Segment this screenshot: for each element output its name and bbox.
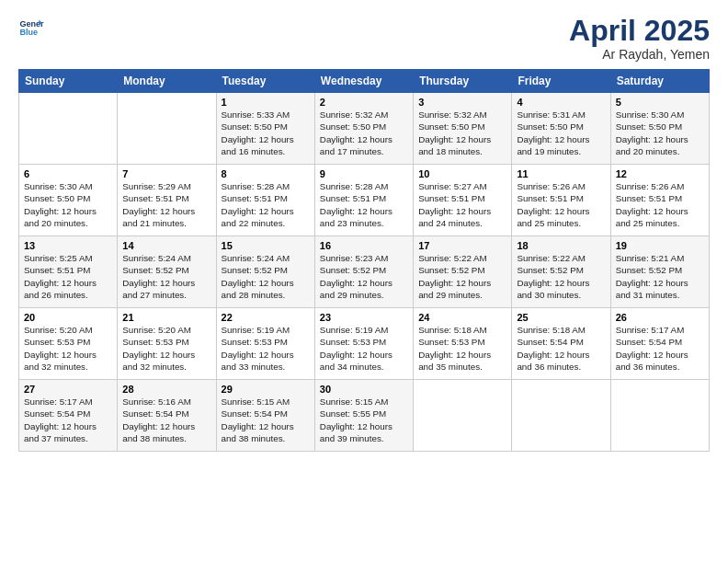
day-info: Sunrise: 5:33 AM Sunset: 5:50 PM Dayligh…	[222, 109, 310, 157]
calendar-cell: 20Sunrise: 5:20 AM Sunset: 5:53 PM Dayli…	[19, 308, 118, 380]
week-row-2: 6Sunrise: 5:30 AM Sunset: 5:50 PM Daylig…	[19, 165, 710, 236]
day-info: Sunrise: 5:21 AM Sunset: 5:52 PM Dayligh…	[616, 252, 704, 301]
calendar-cell: 7Sunrise: 5:29 AM Sunset: 5:51 PM Daylig…	[118, 165, 216, 236]
calendar-cell: 27Sunrise: 5:17 AM Sunset: 5:54 PM Dayli…	[19, 380, 118, 452]
calendar-cell: 19Sunrise: 5:21 AM Sunset: 5:52 PM Dayli…	[610, 236, 709, 308]
calendar-cell: 25Sunrise: 5:18 AM Sunset: 5:54 PM Dayli…	[512, 308, 610, 380]
day-info: Sunrise: 5:30 AM Sunset: 5:50 PM Dayligh…	[616, 109, 704, 157]
day-number: 3	[418, 97, 506, 108]
day-info: Sunrise: 5:25 AM Sunset: 5:51 PM Dayligh…	[24, 252, 112, 301]
day-info: Sunrise: 5:18 AM Sunset: 5:53 PM Dayligh…	[418, 324, 506, 373]
col-header-thursday: Thursday	[414, 70, 512, 93]
day-number: 4	[517, 97, 605, 108]
week-row-4: 20Sunrise: 5:20 AM Sunset: 5:53 PM Dayli…	[19, 308, 710, 380]
day-info: Sunrise: 5:32 AM Sunset: 5:50 PM Dayligh…	[320, 109, 408, 157]
calendar-cell: 22Sunrise: 5:19 AM Sunset: 5:53 PM Dayli…	[216, 308, 314, 380]
day-number: 30	[320, 384, 408, 395]
day-number: 16	[320, 240, 408, 251]
day-number: 26	[616, 312, 704, 323]
col-header-saturday: Saturday	[610, 70, 709, 93]
day-number: 20	[24, 312, 112, 323]
day-info: Sunrise: 5:27 AM Sunset: 5:51 PM Dayligh…	[418, 180, 506, 229]
day-info: Sunrise: 5:15 AM Sunset: 5:54 PM Dayligh…	[222, 396, 310, 444]
day-number: 15	[222, 240, 310, 251]
title-block: April 2025 Ar Raydah, Yemen	[569, 15, 710, 62]
header-row: SundayMondayTuesdayWednesdayThursdayFrid…	[19, 70, 710, 93]
day-number: 14	[122, 240, 210, 251]
day-number: 13	[24, 240, 112, 251]
calendar-cell: 9Sunrise: 5:28 AM Sunset: 5:51 PM Daylig…	[314, 165, 413, 236]
day-number: 27	[24, 384, 112, 395]
calendar-cell: 6Sunrise: 5:30 AM Sunset: 5:50 PM Daylig…	[19, 165, 118, 236]
calendar-cell: 17Sunrise: 5:22 AM Sunset: 5:52 PM Dayli…	[414, 236, 512, 308]
calendar-cell: 10Sunrise: 5:27 AM Sunset: 5:51 PM Dayli…	[414, 165, 512, 236]
calendar-cell: 21Sunrise: 5:20 AM Sunset: 5:53 PM Dayli…	[118, 308, 216, 380]
day-number: 9	[320, 168, 408, 179]
day-number: 22	[222, 312, 310, 323]
calendar-table: SundayMondayTuesdayWednesdayThursdayFrid…	[18, 69, 710, 452]
calendar-cell: 2Sunrise: 5:32 AM Sunset: 5:50 PM Daylig…	[314, 93, 413, 165]
page-container: General Blue April 2025 Ar Raydah, Yemen…	[0, 0, 728, 461]
day-info: Sunrise: 5:20 AM Sunset: 5:53 PM Dayligh…	[24, 324, 112, 373]
day-info: Sunrise: 5:28 AM Sunset: 5:51 PM Dayligh…	[320, 180, 408, 229]
logo-icon: General Blue	[18, 15, 44, 40]
day-number: 1	[222, 97, 310, 108]
day-number: 25	[517, 312, 605, 323]
calendar-cell: 30Sunrise: 5:15 AM Sunset: 5:55 PM Dayli…	[314, 380, 413, 452]
col-header-wednesday: Wednesday	[314, 70, 413, 93]
calendar-cell: 3Sunrise: 5:32 AM Sunset: 5:50 PM Daylig…	[414, 93, 512, 165]
day-info: Sunrise: 5:22 AM Sunset: 5:52 PM Dayligh…	[517, 252, 605, 301]
col-header-sunday: Sunday	[19, 70, 118, 93]
day-info: Sunrise: 5:32 AM Sunset: 5:50 PM Dayligh…	[418, 109, 506, 157]
day-info: Sunrise: 5:16 AM Sunset: 5:54 PM Dayligh…	[122, 396, 210, 444]
day-number: 8	[222, 168, 310, 179]
day-number: 12	[616, 168, 704, 179]
day-number: 24	[418, 312, 506, 323]
week-row-5: 27Sunrise: 5:17 AM Sunset: 5:54 PM Dayli…	[19, 380, 710, 452]
calendar-cell: 14Sunrise: 5:24 AM Sunset: 5:52 PM Dayli…	[118, 236, 216, 308]
subtitle: Ar Raydah, Yemen	[569, 47, 710, 62]
month-title: April 2025	[569, 15, 710, 47]
calendar-cell: 13Sunrise: 5:25 AM Sunset: 5:51 PM Dayli…	[19, 236, 118, 308]
day-info: Sunrise: 5:28 AM Sunset: 5:51 PM Dayligh…	[222, 180, 310, 229]
calendar-cell	[118, 93, 216, 165]
calendar-cell: 29Sunrise: 5:15 AM Sunset: 5:54 PM Dayli…	[216, 380, 314, 452]
day-number: 2	[320, 97, 408, 108]
day-number: 29	[222, 384, 310, 395]
day-number: 28	[122, 384, 210, 395]
calendar-cell: 11Sunrise: 5:26 AM Sunset: 5:51 PM Dayli…	[512, 165, 610, 236]
day-number: 11	[517, 168, 605, 179]
day-info: Sunrise: 5:19 AM Sunset: 5:53 PM Dayligh…	[222, 324, 310, 373]
calendar-cell: 18Sunrise: 5:22 AM Sunset: 5:52 PM Dayli…	[512, 236, 610, 308]
day-info: Sunrise: 5:30 AM Sunset: 5:50 PM Dayligh…	[24, 180, 112, 229]
day-info: Sunrise: 5:17 AM Sunset: 5:54 PM Dayligh…	[616, 324, 704, 373]
day-info: Sunrise: 5:19 AM Sunset: 5:53 PM Dayligh…	[320, 324, 408, 373]
day-number: 7	[122, 168, 210, 179]
day-number: 6	[24, 168, 112, 179]
day-info: Sunrise: 5:24 AM Sunset: 5:52 PM Dayligh…	[122, 252, 210, 301]
calendar-cell: 12Sunrise: 5:26 AM Sunset: 5:51 PM Dayli…	[610, 165, 709, 236]
calendar-cell: 28Sunrise: 5:16 AM Sunset: 5:54 PM Dayli…	[118, 380, 216, 452]
day-info: Sunrise: 5:29 AM Sunset: 5:51 PM Dayligh…	[122, 180, 210, 229]
day-info: Sunrise: 5:18 AM Sunset: 5:54 PM Dayligh…	[517, 324, 605, 373]
day-info: Sunrise: 5:26 AM Sunset: 5:51 PM Dayligh…	[616, 180, 704, 229]
logo: General Blue	[18, 15, 44, 40]
calendar-cell	[19, 93, 118, 165]
day-number: 23	[320, 312, 408, 323]
calendar-cell	[414, 380, 512, 452]
day-info: Sunrise: 5:15 AM Sunset: 5:55 PM Dayligh…	[320, 396, 408, 444]
week-row-1: 1Sunrise: 5:33 AM Sunset: 5:50 PM Daylig…	[19, 93, 710, 165]
day-info: Sunrise: 5:23 AM Sunset: 5:52 PM Dayligh…	[320, 252, 408, 301]
day-info: Sunrise: 5:24 AM Sunset: 5:52 PM Dayligh…	[222, 252, 310, 301]
calendar-cell	[512, 380, 610, 452]
calendar-cell	[610, 380, 709, 452]
day-info: Sunrise: 5:31 AM Sunset: 5:50 PM Dayligh…	[517, 109, 605, 157]
day-number: 10	[418, 168, 506, 179]
header: General Blue April 2025 Ar Raydah, Yemen	[18, 15, 710, 62]
calendar-cell: 4Sunrise: 5:31 AM Sunset: 5:50 PM Daylig…	[512, 93, 610, 165]
day-info: Sunrise: 5:17 AM Sunset: 5:54 PM Dayligh…	[24, 396, 112, 444]
day-number: 21	[122, 312, 210, 323]
day-info: Sunrise: 5:20 AM Sunset: 5:53 PM Dayligh…	[122, 324, 210, 373]
day-number: 17	[418, 240, 506, 251]
calendar-cell: 24Sunrise: 5:18 AM Sunset: 5:53 PM Dayli…	[414, 308, 512, 380]
